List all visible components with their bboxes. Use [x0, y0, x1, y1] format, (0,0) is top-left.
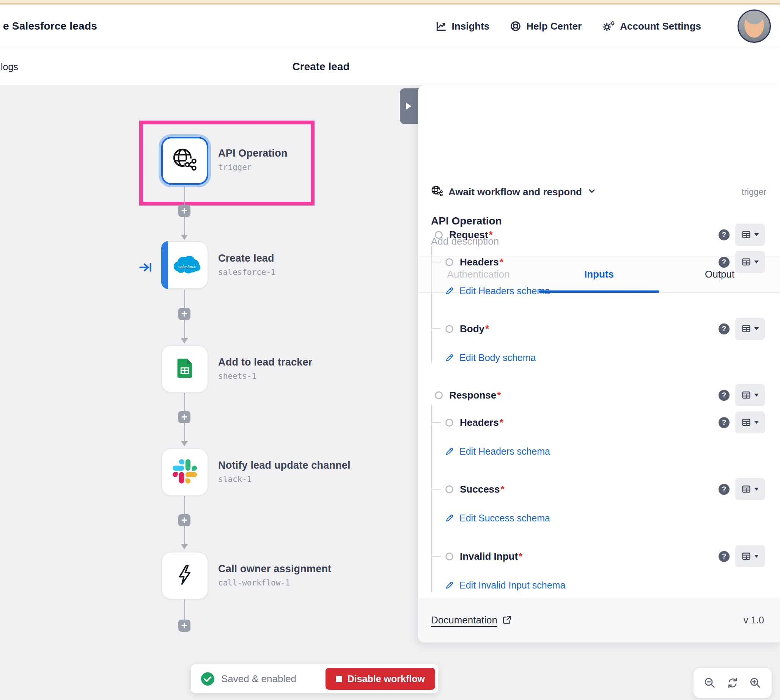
add-step-button[interactable]: + [178, 308, 190, 320]
disable-workflow-button[interactable]: Disable workflow [326, 668, 435, 690]
field-label: Headers [460, 256, 499, 268]
chevron-down-icon[interactable] [587, 187, 596, 197]
tree-tick [431, 422, 441, 423]
field-label: Invalid Input [460, 551, 518, 562]
tree-line [431, 246, 432, 363]
field-circle-icon [445, 552, 453, 560]
edit-link-label: Edit Body schema [459, 352, 536, 363]
node-notify-lead-update-channel-label: Notify lead update channel slack-1 [218, 460, 351, 484]
pencil-icon [444, 580, 454, 590]
step-type-picker[interactable]: Await workflow and respond trigger [431, 181, 767, 203]
field-label: Response [449, 390, 496, 401]
edit-request-body-schema-link[interactable]: Edit Body schema [444, 347, 536, 368]
connector-arrow [181, 338, 188, 343]
help-icon[interactable]: ? [718, 229, 730, 240]
nav-help-center-label: Help Center [526, 20, 581, 32]
schema-mode-button[interactable] [735, 545, 765, 567]
zoom-in-icon[interactable] [749, 677, 762, 689]
nav-account-settings-label: Account Settings [620, 20, 701, 32]
edit-response-invalid-input-schema-link[interactable]: Edit Invalid Input schema [444, 574, 565, 596]
documentation-link[interactable]: Documentation [431, 614, 512, 626]
zoom-out-icon[interactable] [703, 677, 716, 689]
gears-icon [602, 20, 615, 32]
required-mark: * [519, 551, 523, 562]
required-mark: * [497, 390, 501, 401]
nav-insights[interactable]: Insights [436, 20, 490, 32]
nav-help-center[interactable]: Help Center [510, 20, 581, 32]
edit-link-label: Edit Success schema [459, 513, 550, 524]
documentation-label: Documentation [431, 614, 498, 626]
workflow-titlebar: logs Create lead [0, 48, 780, 85]
node-subtitle: salesforce-1 [218, 268, 276, 277]
field-row-response: Response * ? [435, 384, 765, 406]
api-globe-icon [431, 185, 443, 199]
table-icon [742, 230, 751, 239]
node-add-to-lead-tracker-label: Add to lead tracker sheets-1 [218, 357, 312, 381]
caret-down-icon [754, 260, 759, 263]
required-mark: * [499, 256, 503, 268]
field-row-response-success: Success * ? [445, 478, 765, 500]
edit-link-label: Edit Headers schema [459, 446, 550, 457]
edit-response-success-schema-link[interactable]: Edit Success schema [444, 507, 550, 529]
help-icon[interactable]: ? [718, 551, 730, 562]
version-label: v 1.0 [743, 615, 764, 626]
check-circle-icon [201, 672, 215, 686]
node-notify-lead-update-channel[interactable] [161, 448, 208, 496]
nav-account-settings[interactable]: Account Settings [602, 20, 701, 32]
tree-tick [431, 556, 441, 557]
tree-tick [431, 328, 441, 329]
connector-arrow [181, 544, 188, 550]
workflow-editor-screen: e Salesforce leads Insights [0, 0, 780, 700]
schema-mode-button[interactable] [735, 478, 765, 500]
schema-mode-button[interactable] [735, 412, 765, 433]
save-status-label: Saved & enabled [221, 673, 296, 685]
table-icon [742, 485, 751, 493]
table-icon [742, 325, 751, 333]
node-call-owner-assignment[interactable] [161, 552, 208, 600]
add-step-button[interactable]: + [178, 205, 190, 217]
line-chart-icon [436, 20, 447, 32]
node-api-operation[interactable] [161, 137, 208, 185]
node-call-owner-assignment-label: Call owner assignment call-workflow-1 [218, 563, 331, 587]
add-step-button[interactable]: + [178, 620, 190, 632]
help-icon[interactable]: ? [718, 417, 730, 428]
help-icon[interactable]: ? [718, 390, 730, 401]
user-avatar[interactable] [738, 10, 771, 43]
svg-text:salesforce: salesforce [178, 265, 197, 269]
app-title: e Salesforce leads [3, 20, 97, 32]
tree-tick [431, 489, 441, 490]
edit-response-headers-schema-link[interactable]: Edit Headers schema [444, 440, 550, 462]
help-icon[interactable]: ? [718, 484, 730, 495]
node-add-to-lead-tracker[interactable] [161, 345, 208, 393]
field-circle-icon [445, 258, 453, 266]
field-circle-icon [435, 391, 443, 399]
environment-strip [0, 0, 780, 3]
required-mark: * [485, 323, 489, 335]
add-step-button[interactable]: + [178, 514, 190, 526]
field-row-response-headers: Headers * ? [445, 412, 765, 433]
caret-down-icon [754, 327, 759, 330]
google-sheets-icon [173, 357, 197, 382]
refresh-icon[interactable] [726, 677, 739, 689]
node-title: API Operation [218, 148, 287, 159]
schema-mode-button[interactable] [735, 318, 765, 340]
schema-mode-button[interactable] [735, 251, 765, 273]
node-title: Create lead [218, 253, 276, 264]
add-step-button[interactable]: + [178, 411, 190, 423]
field-circle-icon [445, 325, 453, 333]
schema-mode-button[interactable] [735, 384, 765, 406]
edit-request-headers-schema-link[interactable]: Edit Headers schema [444, 280, 550, 302]
field-row-request-headers: Headers * ? [445, 251, 765, 273]
chevron-right-icon [406, 103, 411, 110]
lifebuoy-icon [510, 20, 521, 32]
lightning-icon [174, 564, 196, 587]
schema-mode-button[interactable] [735, 224, 765, 246]
logs-link[interactable]: logs [1, 48, 18, 85]
required-mark: * [501, 483, 504, 495]
node-create-lead[interactable]: salesforce [161, 241, 208, 289]
stop-icon [336, 676, 342, 682]
help-icon[interactable]: ? [718, 323, 730, 335]
caret-down-icon [754, 555, 759, 558]
help-icon[interactable]: ? [718, 257, 730, 268]
nav-insights-label: Insights [452, 20, 490, 32]
